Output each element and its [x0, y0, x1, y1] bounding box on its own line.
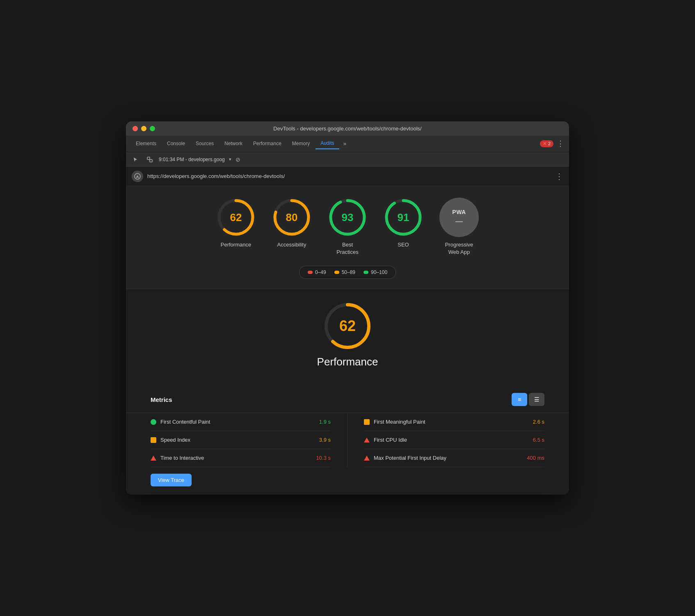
metric-name-tti: Time to Interactive	[160, 455, 312, 461]
view-trace-button[interactable]: View Trace	[151, 474, 192, 486]
legend-yellow: 50–89	[334, 269, 355, 275]
reload-icon[interactable]: ⊘	[235, 156, 240, 163]
scores-section: 62 Performance 80 Accessibility	[126, 185, 569, 289]
tab-bar: Elements Console Sources Network Perform…	[126, 136, 569, 152]
close-button[interactable]	[133, 126, 138, 131]
page-more-icon[interactable]: ⋮	[555, 171, 563, 181]
metric-first-cpu-idle: First CPU Idle 6.5 s	[364, 431, 544, 449]
metric-name-fid: Max Potential First Input Delay	[374, 455, 523, 461]
browser-window: DevTools - developers.google.com/web/too…	[126, 121, 569, 495]
error-icon: ✕	[543, 141, 546, 146]
metrics-title: Metrics	[151, 396, 172, 403]
metrics-right-column: First Meaningful Paint 2.6 s First CPU I…	[348, 413, 544, 467]
main-content: 62 Performance 80 Accessibility	[126, 185, 569, 495]
metric-icon-orange-square-fmp	[364, 419, 370, 425]
performance-detail-score: 62	[339, 317, 356, 335]
performance-detail-title: Performance	[317, 356, 378, 368]
scores-row: 62 Performance 80 Accessibility	[216, 198, 479, 256]
svg-text:A: A	[136, 175, 139, 179]
metric-time-to-interactive: Time to Interactive 10.3 s	[151, 449, 331, 467]
metric-icon-red-triangle-fci	[364, 438, 370, 443]
pwa-circle: PWA —	[439, 198, 479, 237]
list-icon: ☰	[534, 396, 540, 403]
page-url-text: https://developers.google.com/web/tools/…	[147, 173, 551, 179]
metric-icon-green-circle	[151, 419, 156, 425]
performance-score-label: Performance	[221, 241, 251, 249]
inspect-icon[interactable]	[145, 155, 155, 164]
tab-performance[interactable]: Performance	[248, 138, 286, 149]
legend-green-dot	[364, 271, 368, 274]
legend-red-dot	[308, 271, 313, 274]
score-best-practices[interactable]: 93 BestPractices	[328, 198, 367, 256]
minimize-button[interactable]	[141, 126, 146, 131]
error-count: 2	[548, 141, 551, 146]
tab-elements[interactable]: Elements	[131, 138, 161, 149]
tab-dropdown-icon[interactable]: ▾	[229, 157, 231, 162]
metrics-section: Metrics ≡ ☰ First Contentful Paint	[126, 393, 569, 495]
performance-detail-section: 62 Performance	[126, 289, 569, 393]
title-bar: DevTools - developers.google.com/web/too…	[126, 121, 569, 136]
metric-value-fmp: 2.6 s	[533, 419, 544, 425]
performance-score-value: 62	[230, 211, 242, 224]
score-circle-accessibility: 80	[272, 198, 311, 237]
window-title: DevTools - developers.google.com/web/too…	[273, 125, 421, 132]
score-performance[interactable]: 62 Performance	[216, 198, 256, 249]
tab-sources[interactable]: Sources	[191, 138, 219, 149]
metric-first-contentful-paint: First Contentful Paint 1.9 s	[151, 413, 331, 431]
tab-bar-right: ✕ 2 ⋮	[540, 139, 564, 148]
score-circle-performance: 62	[216, 198, 256, 237]
metric-name-fcp: First Contentful Paint	[160, 419, 315, 425]
devtools-more-icon[interactable]: ⋮	[557, 139, 564, 148]
score-accessibility[interactable]: 80 Accessibility	[272, 198, 311, 249]
best-practices-score-label: BestPractices	[336, 241, 358, 256]
grid-icon: ≡	[518, 396, 521, 403]
metrics-left-column: First Contentful Paint 1.9 s Speed Index…	[151, 413, 348, 467]
legend-yellow-dot	[334, 271, 339, 274]
cursor-icon[interactable]	[131, 155, 141, 164]
tab-network[interactable]: Network	[219, 138, 247, 149]
tab-info-text: 9:01:34 PM - developers.goog	[159, 157, 225, 162]
metrics-header: Metrics ≡ ☰	[151, 393, 544, 406]
error-badge[interactable]: ✕ 2	[540, 140, 553, 147]
tab-more-button[interactable]: »	[340, 139, 350, 148]
svg-rect-1	[150, 160, 152, 162]
maximize-button[interactable]	[150, 126, 155, 131]
metric-value-fid: 400 ms	[527, 455, 544, 461]
tab-console[interactable]: Console	[162, 138, 190, 149]
accessibility-score-value: 80	[286, 211, 298, 224]
legend-red: 0–49	[308, 269, 326, 275]
toggle-list-button[interactable]: ☰	[529, 393, 544, 406]
score-seo[interactable]: 91 SEO	[384, 198, 423, 249]
metric-value-tti: 10.3 s	[316, 455, 331, 461]
score-circle-best-practices: 93	[328, 198, 367, 237]
best-practices-score-value: 93	[342, 211, 354, 224]
metric-icon-red-triangle-fid	[364, 456, 370, 461]
seo-score-value: 91	[398, 211, 409, 224]
seo-score-label: SEO	[398, 241, 409, 249]
view-toggle: ≡ ☰	[512, 393, 544, 406]
metric-name-fci: First CPU Idle	[374, 437, 529, 443]
score-pwa[interactable]: PWA — ProgressiveWeb App	[439, 198, 479, 256]
address-bar-row: 9:01:34 PM - developers.goog ▾ ⊘	[126, 152, 569, 167]
tab-audits[interactable]: Audits	[315, 138, 339, 149]
tab-memory[interactable]: Memory	[287, 138, 315, 149]
score-circle-seo: 91	[384, 198, 423, 237]
svg-rect-0	[147, 157, 150, 160]
toggle-grid-button[interactable]: ≡	[512, 393, 527, 406]
metric-value-fcp: 1.9 s	[319, 419, 331, 425]
pwa-score-label: ProgressiveWeb App	[445, 241, 473, 256]
score-legend: 0–49 50–89 90–100	[299, 266, 396, 279]
pwa-label: PWA	[452, 209, 466, 215]
page-url-bar: A https://developers.google.com/web/tool…	[126, 167, 569, 185]
metric-value-fci: 6.5 s	[533, 437, 544, 443]
pwa-dash: —	[455, 217, 463, 226]
metric-value-si: 3.9 s	[319, 437, 331, 443]
metric-icon-red-triangle	[151, 456, 156, 461]
metric-name-si: Speed Index	[160, 437, 315, 443]
metric-speed-index: Speed Index 3.9 s	[151, 431, 331, 449]
accessibility-score-label: Accessibility	[277, 241, 306, 249]
metric-first-meaningful-paint: First Meaningful Paint 2.6 s	[364, 413, 544, 431]
legend-red-label: 0–49	[315, 269, 326, 275]
performance-detail-circle: 62	[323, 301, 372, 351]
metric-name-fmp: First Meaningful Paint	[374, 419, 529, 425]
